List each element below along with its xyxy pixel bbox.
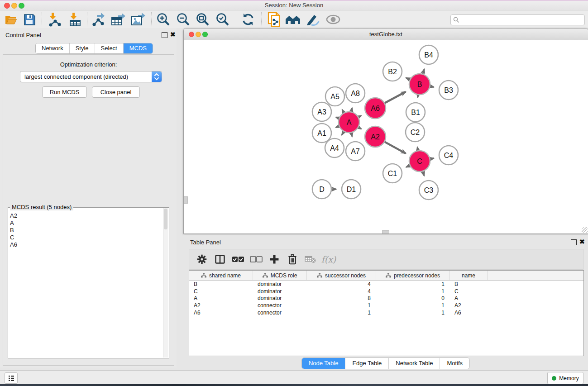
zoom-out-icon	[176, 12, 191, 27]
new-network-from-selection-button[interactable]	[266, 12, 282, 27]
import-table-button[interactable]	[67, 12, 83, 27]
table-cell: B	[189, 281, 253, 287]
graph-node-label: D1	[347, 186, 356, 193]
window-resize-grip[interactable]	[582, 227, 588, 233]
tab-edge-table[interactable]: Edge Table	[345, 358, 389, 369]
graph-edge-A2-C[interactable]	[384, 142, 406, 153]
search-input[interactable]	[461, 15, 583, 24]
task-history-button[interactable]	[5, 372, 18, 384]
graph-edge-B-B3[interactable]	[430, 86, 434, 87]
graph-node-label: A7	[351, 148, 360, 155]
table-row[interactable]: A2connector11A2	[189, 302, 583, 309]
graph-node-label: A1	[317, 129, 326, 137]
graph-node-label: C	[417, 157, 422, 165]
close-panel-button[interactable]: Close panel	[92, 86, 140, 98]
delete-table-button[interactable]	[301, 251, 320, 267]
tab-node-table[interactable]: Node Table	[302, 358, 346, 369]
column-header-name[interactable]: name	[450, 271, 488, 280]
table-cell: B	[450, 281, 488, 287]
zoom-out-button[interactable]	[175, 12, 191, 27]
optimization-criterion-dropdown[interactable]: largest connected component (directed)	[20, 71, 162, 82]
open-session-button[interactable]	[3, 12, 19, 27]
graph-edge-C-C1[interactable]	[406, 165, 410, 167]
close-panel-icon[interactable]: ✖	[170, 31, 176, 38]
graph-edge-A-A5[interactable]	[342, 110, 344, 113]
memory-button[interactable]: Memory	[547, 372, 583, 384]
mcds-result-item[interactable]: A6	[10, 241, 17, 248]
table-row[interactable]: Adominator80A	[189, 295, 583, 302]
network-canvas[interactable]: B4B2BB3A5A8A6A3B1AC2A1A2A4A7C4CC1DD1C3	[184, 40, 588, 234]
graph-edge-A6-B[interactable]	[384, 92, 406, 103]
graph-node-label: B4	[424, 51, 433, 59]
mcds-result-item[interactable]: C	[10, 234, 17, 241]
table-row[interactable]: A6connector11A6	[189, 309, 583, 316]
close-table-panel-icon[interactable]: ✖	[579, 238, 585, 245]
float-table-panel-icon[interactable]	[571, 239, 577, 245]
table-cell: 1	[307, 302, 376, 309]
toolbar-separator	[237, 12, 237, 27]
tab-network-table[interactable]: Network Table	[389, 358, 440, 369]
home-button[interactable]	[285, 12, 301, 27]
tab-network[interactable]: Network	[36, 43, 70, 53]
graph-edge-A-A7[interactable]	[351, 132, 352, 136]
mcds-result-item[interactable]: A	[10, 219, 17, 227]
table-row[interactable]: Cdominator41C	[189, 288, 583, 295]
mcds-result-item[interactable]: A2	[10, 212, 17, 219]
network-window-title: testGlobe.txt	[184, 31, 588, 38]
show-column-button[interactable]	[211, 251, 229, 267]
graph-edge-C-C4[interactable]	[430, 158, 434, 159]
zoom-fit-button[interactable]	[195, 12, 211, 27]
column-header-successor-nodes[interactable]: successor nodes	[307, 271, 376, 280]
graph-edge-B-B2[interactable]	[406, 78, 410, 80]
network-window-titlebar[interactable]: testGlobe.txt	[184, 29, 588, 40]
function-builder-button[interactable]: f(x)	[320, 251, 338, 267]
refresh-button[interactable]	[240, 12, 256, 27]
mcds-result-item[interactable]: B	[10, 227, 17, 234]
create-column-button[interactable]	[265, 251, 283, 267]
zoom-selected-button[interactable]	[215, 12, 231, 27]
graph-node-label: C2	[411, 129, 420, 136]
dropdown-selected-value: largest connected component (directed)	[24, 73, 128, 80]
toolbar-separator	[42, 12, 42, 27]
float-panel-icon[interactable]	[162, 32, 167, 38]
tab-select[interactable]: Select	[95, 43, 124, 53]
hide-annotations-button[interactable]	[304, 12, 320, 27]
column-header-mcds-role[interactable]: MCDS role	[253, 271, 307, 280]
graph-edge-C-C2[interactable]	[417, 147, 418, 151]
tab-motifs[interactable]: Motifs	[440, 358, 469, 369]
tab-mcds[interactable]: MCDS	[124, 43, 153, 53]
table-row[interactable]: Bdominator41B	[189, 281, 583, 288]
search-field[interactable]	[450, 14, 585, 25]
save-session-button[interactable]	[21, 12, 38, 27]
select-all-rows-button[interactable]	[229, 251, 247, 267]
tab-style[interactable]: Style	[70, 43, 95, 53]
zoom-in-button[interactable]	[155, 12, 172, 27]
zoom-selected-icon	[215, 12, 230, 27]
delete-column-button[interactable]	[283, 251, 301, 267]
graph-edge-C-C3[interactable]	[423, 171, 424, 176]
graph-edge-B-B4[interactable]	[423, 69, 425, 74]
export-image-button[interactable]	[130, 12, 146, 27]
show-graphics-details-button[interactable]	[325, 12, 341, 27]
column-header-predecessor-nodes[interactable]: predecessor nodes	[376, 271, 450, 280]
graph-edge-A-A8[interactable]	[351, 108, 352, 112]
export-network-icon	[91, 12, 106, 27]
import-network-button[interactable]	[46, 12, 62, 27]
column-header-shared-name[interactable]: shared name	[189, 271, 253, 280]
graph-node-label: A5	[330, 93, 339, 100]
memory-label: Memory	[559, 375, 578, 381]
table-settings-button[interactable]	[193, 251, 211, 267]
plus-icon	[269, 254, 280, 265]
network-hscroll-thumb[interactable]	[382, 230, 389, 234]
result-scrollbar-thumb[interactable]	[164, 209, 167, 229]
table-cell: A2	[189, 302, 253, 309]
deselect-all-rows-button[interactable]	[247, 251, 265, 267]
network-vscroll-thumb[interactable]	[184, 196, 188, 204]
graph-edge-A-A4[interactable]	[342, 131, 344, 135]
table-cell: 8	[307, 295, 376, 301]
export-network-button[interactable]	[91, 12, 107, 27]
run-mcds-button[interactable]: Run MCDS	[42, 86, 87, 98]
node-table: shared name MCDS role successor nodes pr…	[189, 270, 584, 356]
result-scrollbar[interactable]	[163, 208, 168, 357]
export-table-button[interactable]	[110, 12, 126, 27]
